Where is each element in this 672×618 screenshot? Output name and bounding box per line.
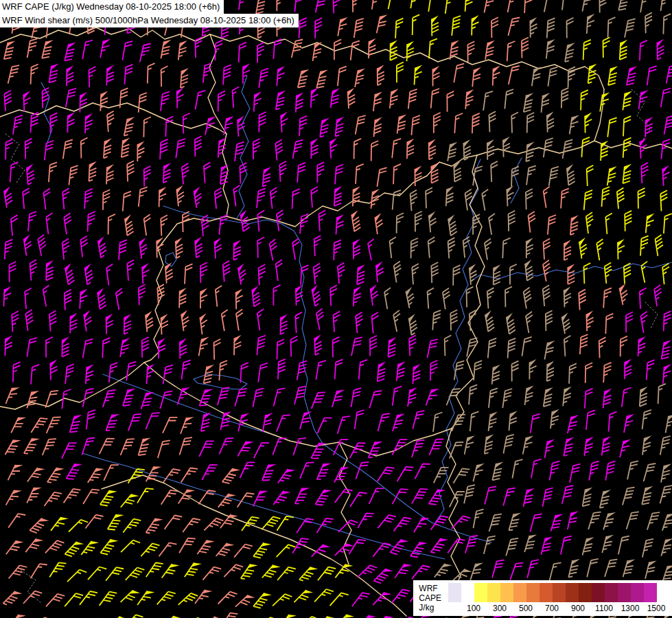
wind-barb — [11, 215, 18, 236]
wind-barb — [608, 68, 617, 85]
wind-barb — [526, 189, 533, 209]
wind-barb — [292, 189, 300, 209]
wind-barb — [368, 239, 374, 260]
wind-barb — [415, 68, 422, 85]
wind-barb — [88, 211, 95, 231]
wind-barb — [158, 440, 170, 458]
wind-barb — [349, 540, 366, 554]
wind-barb — [484, 0, 494, 13]
wind-barb-flag — [278, 66, 286, 73]
wind-barb — [655, 235, 662, 256]
wind-barb — [273, 39, 281, 59]
wind-barb — [605, 560, 617, 577]
wind-barb — [292, 40, 303, 58]
wind-barb — [369, 391, 382, 409]
wind-barb — [640, 236, 649, 255]
wind-barb — [317, 464, 329, 479]
wind-barb — [318, 567, 336, 581]
wind-barb — [62, 443, 77, 459]
wind-barb — [454, 113, 463, 133]
wind-barb — [86, 367, 93, 384]
wind-barb-flag — [567, 43, 575, 49]
wind-barb-flag — [447, 186, 454, 194]
wind-barb — [640, 41, 647, 60]
wind-barb — [25, 288, 32, 309]
wind-barb — [317, 162, 324, 183]
wind-barb — [589, 461, 599, 481]
country-border — [144, 216, 227, 363]
wind-barb — [202, 215, 209, 236]
wind-barb — [640, 389, 647, 407]
wind-barb-flag — [391, 89, 399, 96]
wind-barb — [234, 545, 253, 558]
wind-barb — [397, 62, 404, 83]
wind-barb — [452, 415, 465, 431]
wind-barb — [23, 188, 30, 209]
wind-barb — [584, 439, 592, 456]
wind-barb — [259, 69, 268, 88]
wind-barb — [218, 387, 230, 405]
cape-legend: WRF CAPE J/kg 10030050070090011001300150… — [413, 580, 672, 616]
wind-barb — [393, 164, 401, 184]
wind-barb — [263, 170, 271, 187]
wind-barb — [586, 410, 595, 430]
wind-barb — [215, 41, 222, 60]
legend-value-row: 100300500700900110013001500 — [461, 604, 669, 613]
wind-barb — [49, 311, 57, 332]
wind-barb — [664, 311, 671, 331]
wind-barb — [638, 339, 646, 356]
wind-barb — [12, 311, 19, 332]
wind-barb-flag — [375, 117, 382, 125]
wind-barb — [531, 414, 540, 433]
wind-barb — [510, 563, 523, 580]
wind-barb — [330, 593, 349, 606]
wind-barb — [165, 117, 173, 137]
wind-barb — [316, 309, 324, 330]
wind-barb — [106, 264, 113, 286]
wind-barb — [331, 91, 339, 108]
wind-barb — [253, 491, 265, 507]
wind-barb — [378, 413, 389, 431]
wind-barb — [319, 210, 326, 231]
wind-barb — [432, 310, 441, 330]
wind-barb — [257, 336, 266, 356]
wind-barb-flag — [571, 115, 579, 122]
wind-barb — [293, 140, 303, 159]
wind-barb — [482, 190, 488, 211]
wind-barb — [31, 113, 38, 133]
wind-barb — [46, 594, 65, 607]
wind-barb — [223, 65, 231, 84]
wind-barb — [103, 390, 116, 407]
wind-barb — [13, 115, 23, 135]
wind-barb — [312, 392, 325, 409]
wind-barb — [588, 512, 601, 529]
wind-barb — [160, 139, 167, 159]
wind-barb — [237, 493, 255, 507]
lake — [165, 253, 176, 266]
wind-barb — [395, 19, 403, 38]
wind-barb — [412, 489, 428, 504]
wind-barb — [429, 439, 443, 455]
wind-barb — [415, 464, 430, 479]
wind-barb — [488, 339, 496, 358]
wind-barb — [599, 0, 606, 13]
wind-barb — [121, 140, 130, 157]
legend-value: 700 — [539, 604, 565, 613]
wind-barb-flag — [664, 364, 671, 371]
legend-model-label: WRF — [419, 584, 441, 593]
wind-barb — [8, 514, 25, 528]
wind-barb — [580, 334, 588, 354]
wind-barb — [544, 239, 551, 260]
wind-barb-flag — [527, 141, 535, 149]
legend-swatch — [487, 583, 500, 602]
wind-barb — [292, 538, 309, 553]
wind-barb — [163, 469, 180, 483]
wind-barb — [38, 235, 46, 256]
wind-barb-flag — [340, 17, 348, 24]
wind-barb — [199, 441, 214, 457]
wind-barb — [426, 389, 437, 405]
wind-barb-flag — [450, 142, 458, 149]
legend-value: 1500 — [643, 604, 669, 613]
wind-barb — [123, 519, 141, 533]
wind-barb — [276, 260, 283, 281]
